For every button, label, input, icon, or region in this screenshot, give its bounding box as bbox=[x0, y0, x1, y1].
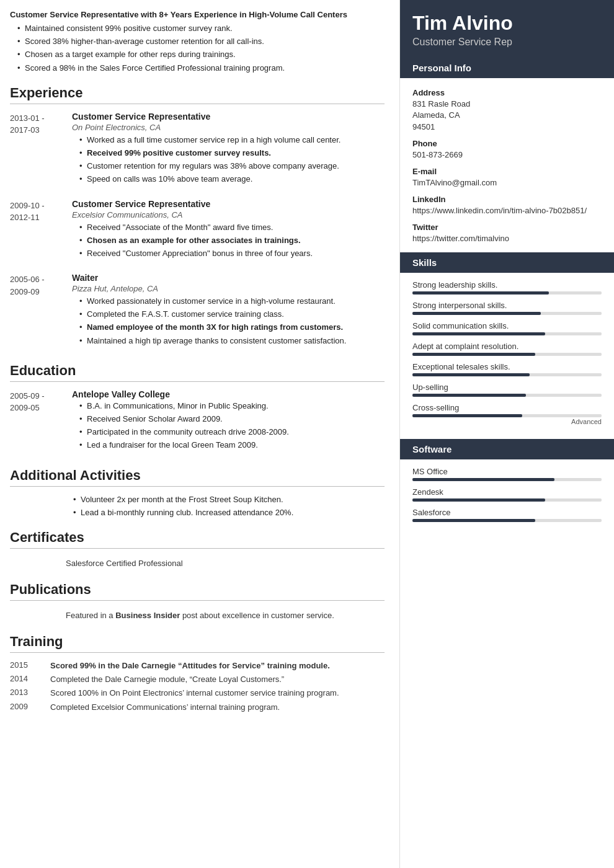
summary-bullets: Maintained consistent 99% positive custo… bbox=[10, 23, 385, 74]
skill-item-6: Cross-selling Advanced bbox=[412, 403, 602, 425]
pub-text-after: post about excellence in customer servic… bbox=[180, 611, 334, 620]
activities-title: Additional Activities bbox=[10, 467, 385, 487]
software-bar-fill-2 bbox=[412, 519, 535, 522]
training-desc-4: Completed Excelsior Communications’ inte… bbox=[50, 702, 385, 713]
skill-item-5: Up-selling bbox=[412, 383, 602, 397]
activity-2: Lead a bi-monthly running club. Increase… bbox=[73, 507, 385, 518]
publications-section: Publications Featured in a Business Insi… bbox=[10, 582, 385, 622]
edu-detail-1: Antelope Valley College B.A. in Communic… bbox=[72, 389, 385, 456]
address-line1: 831 Rasle Road bbox=[412, 99, 470, 108]
skill-name-0: Strong leadership skills. bbox=[412, 280, 602, 290]
skill-name-5: Up-selling bbox=[412, 383, 602, 392]
exp-1-b2-text: Received 99% positive customer survey re… bbox=[87, 148, 271, 157]
edu-item-1: 2005-09 -2009-05 Antelope Valley College… bbox=[10, 389, 385, 456]
right-column: Tim Alvino Customer Service Rep Personal… bbox=[400, 0, 614, 868]
activity-1: Volunteer 2x per month at the Frost Stre… bbox=[73, 494, 385, 505]
edu-1-b1: B.A. in Communications, Minor in Public … bbox=[79, 401, 385, 412]
linkedin-value: https://www.linkedin.com/in/tim-alvino-7… bbox=[412, 205, 602, 216]
exp-detail-2: Customer Service Representative Excelsio… bbox=[72, 199, 385, 265]
exp-date-2: 2009-10 -2012-11 bbox=[10, 199, 66, 265]
left-column: Customer Service Representative with 8+ … bbox=[0, 0, 400, 868]
phone-value: 501-873-2669 bbox=[412, 149, 602, 161]
exp-detail-3: Waiter Pizza Hut, Antelope, CA Worked pa… bbox=[72, 273, 385, 352]
skill-bar-fill-0 bbox=[412, 291, 549, 294]
summary-section: Customer Service Representative with 8+ … bbox=[10, 10, 385, 74]
exp-2-b2: Chosen as an example for other associate… bbox=[79, 235, 385, 246]
personal-info-header: Personal Info bbox=[400, 58, 614, 78]
skill-item-0: Strong leadership skills. bbox=[412, 280, 602, 294]
email-value: TimTAlvino@gmail.com bbox=[412, 177, 602, 188]
skill-item-1: Strong interpersonal skills. bbox=[412, 301, 602, 315]
skill-bar-fill-3 bbox=[412, 353, 535, 356]
twitter-label: Twitter bbox=[412, 223, 602, 232]
software-name-1: Zendesk bbox=[412, 487, 602, 497]
skill-bar-bg-0 bbox=[412, 291, 602, 294]
skill-bar-fill-4 bbox=[412, 373, 530, 376]
training-section: Training 2015 Scored 99% in the Dale Car… bbox=[10, 634, 385, 713]
exp-3-b3-text: Named employee of the month 3X for high … bbox=[87, 322, 343, 332]
exp-1-b3: Customer retention for my regulars was 3… bbox=[79, 161, 385, 172]
skill-bar-bg-6 bbox=[412, 414, 602, 417]
skill-bar-fill-1 bbox=[412, 312, 541, 315]
training-desc-1-bold: Scored 99% in the Dale Carnegie “Attitud… bbox=[50, 661, 330, 670]
skill-name-2: Solid communication skills. bbox=[412, 321, 602, 330]
software-item-1: Zendesk bbox=[412, 487, 602, 502]
skill-bar-bg-2 bbox=[412, 332, 602, 335]
exp-detail-1: Customer Service Representative On Point… bbox=[72, 112, 385, 190]
phone-label: Phone bbox=[412, 139, 602, 148]
email-label: E-mail bbox=[412, 167, 602, 176]
linkedin-label: LinkedIn bbox=[412, 195, 602, 204]
summary-bullet-4: Scored a 98% in the Sales Force Certifie… bbox=[17, 63, 385, 74]
address-label: Address bbox=[412, 88, 602, 97]
training-desc-3: Scored 100% in On Point Electronics’ int… bbox=[50, 688, 385, 699]
training-title: Training bbox=[10, 634, 385, 653]
software-bar-bg-1 bbox=[412, 498, 602, 502]
software-header: Software bbox=[400, 439, 614, 459]
training-year-1: 2015 bbox=[10, 660, 44, 671]
summary-bullet-1: Maintained consistent 99% positive custo… bbox=[17, 23, 385, 34]
skill-bar-fill-5 bbox=[412, 394, 526, 397]
software-content: MS Office Zendesk Salesforce bbox=[400, 459, 614, 536]
education-section: Education 2005-09 -2009-05 Antelope Vall… bbox=[10, 363, 385, 456]
skills-header: Skills bbox=[400, 252, 614, 273]
exp-1-b1: Worked as a full time customer service r… bbox=[79, 135, 385, 146]
edu-1-b2: Received Senior Scholar Award 2009. bbox=[79, 414, 385, 425]
skill-bar-bg-4 bbox=[412, 373, 602, 376]
exp-bullets-2: Received "Associate of the Month" award … bbox=[72, 222, 385, 260]
experience-title: Experience bbox=[10, 85, 385, 104]
software-name-2: Salesforce bbox=[412, 508, 602, 517]
software-bar-fill-1 bbox=[412, 498, 545, 502]
exp-company-2: Excelsior Communications, CA bbox=[72, 210, 385, 219]
training-year-2: 2014 bbox=[10, 674, 44, 685]
skill-item-2: Solid communication skills. bbox=[412, 321, 602, 335]
exp-3-b3: Named employee of the month 3X for high … bbox=[79, 322, 385, 333]
skill-level-6: Advanced bbox=[412, 418, 602, 425]
summary-bullet-2: Scored 38% higher-than-average customer … bbox=[17, 36, 385, 47]
skill-item-4: Exceptional telesales skills. bbox=[412, 362, 602, 376]
exp-date-1: 2013-01 -2017-03 bbox=[10, 112, 66, 190]
exp-company-1: On Point Electronics, CA bbox=[72, 123, 385, 132]
software-bar-bg-0 bbox=[412, 478, 602, 481]
skill-bar-bg-5 bbox=[412, 394, 602, 397]
candidate-name: Tim Alvino bbox=[412, 12, 602, 34]
training-desc-1: Scored 99% in the Dale Carnegie “Attitud… bbox=[50, 660, 385, 671]
training-year-3: 2013 bbox=[10, 688, 44, 699]
skill-name-6: Cross-selling bbox=[412, 403, 602, 412]
certificates-section: Certificates Salesforce Certified Profes… bbox=[10, 529, 385, 570]
address-line2: Alameda, CA bbox=[412, 110, 460, 120]
software-bar-bg-2 bbox=[412, 519, 602, 522]
skill-item-3: Adept at complaint resolution. bbox=[412, 342, 602, 356]
exp-2-b1: Received "Associate of the Month" award … bbox=[79, 222, 385, 233]
twitter-value: https://twitter.com/timalvino bbox=[412, 233, 602, 244]
pub-text-before: Featured in a bbox=[66, 611, 115, 620]
software-item-0: MS Office bbox=[412, 467, 602, 481]
candidate-title: Customer Service Rep bbox=[412, 37, 602, 48]
exp-3-b1: Worked passionately in customer service … bbox=[79, 296, 385, 307]
edu-school-1: Antelope Valley College bbox=[72, 389, 385, 399]
education-title: Education bbox=[10, 363, 385, 382]
software-name-0: MS Office bbox=[412, 467, 602, 476]
certificates-title: Certificates bbox=[10, 529, 385, 549]
address-value: 831 Rasle Road Alameda, CA 94501 bbox=[412, 99, 602, 133]
exp-title-1: Customer Service Representative bbox=[72, 112, 385, 122]
skill-bar-bg-3 bbox=[412, 353, 602, 356]
